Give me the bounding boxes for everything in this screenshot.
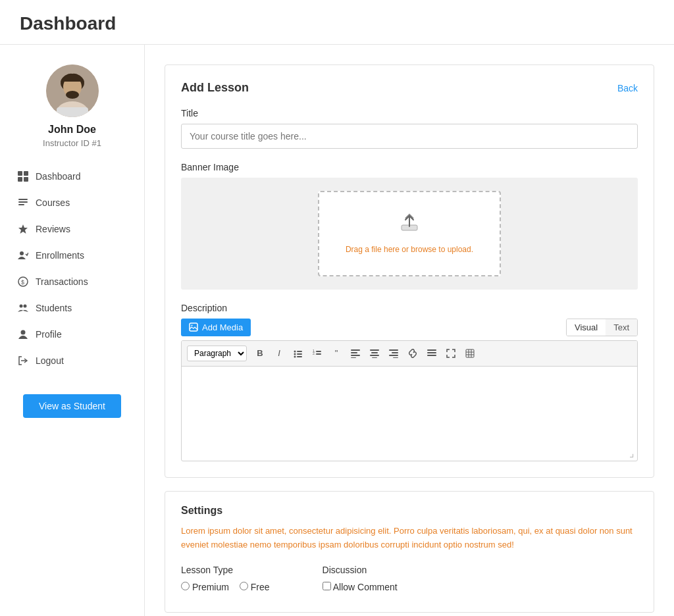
svg-rect-34 bbox=[351, 349, 360, 351]
svg-rect-39 bbox=[371, 352, 378, 353]
svg-text:2.: 2. bbox=[313, 351, 315, 355]
free-radio[interactable] bbox=[240, 582, 248, 590]
settings-card: Settings Lorem ipsum dolor sit amet, con… bbox=[165, 491, 654, 613]
upload-icon bbox=[399, 212, 420, 238]
svg-rect-46 bbox=[427, 349, 436, 351]
sidebar-item-transactions[interactable]: $ Transactions bbox=[7, 269, 138, 294]
paragraph-select[interactable]: Paragraph bbox=[187, 346, 247, 361]
transactions-icon: $ bbox=[17, 276, 29, 288]
svg-marker-13 bbox=[18, 224, 28, 234]
svg-point-14 bbox=[20, 251, 24, 255]
blockquote-button[interactable]: " bbox=[328, 345, 345, 362]
sidebar-item-profile-label: Profile bbox=[36, 329, 62, 340]
svg-point-18 bbox=[24, 305, 27, 308]
lesson-type-group: Lesson Type Premium Free bbox=[181, 565, 270, 599]
form-header: Add Lesson Back bbox=[181, 81, 638, 95]
svg-text:$: $ bbox=[21, 279, 24, 286]
view-as-student-button[interactable]: View as Student bbox=[23, 394, 121, 418]
discussion-label: Discussion bbox=[323, 565, 398, 575]
add-media-button[interactable]: Add Media bbox=[181, 319, 251, 336]
svg-rect-12 bbox=[18, 204, 24, 205]
enrollments-icon bbox=[17, 249, 29, 261]
sidebar-item-enrollments-label: Enrollments bbox=[36, 250, 84, 261]
main-content: Add Lesson Back Title Banner Image bbox=[145, 45, 674, 616]
sidebar-navigation: Dashboard Courses Review bbox=[0, 164, 144, 374]
free-label: Free bbox=[251, 582, 270, 592]
italic-button[interactable]: I bbox=[271, 345, 288, 362]
sidebar-item-reviews[interactable]: Reviews bbox=[7, 217, 138, 242]
svg-rect-43 bbox=[392, 352, 398, 353]
lesson-type-label: Lesson Type bbox=[181, 565, 270, 575]
sidebar-item-students-label: Students bbox=[36, 303, 72, 313]
banner-label: Banner Image bbox=[181, 162, 638, 172]
user-id: Instructor ID #1 bbox=[43, 138, 101, 148]
svg-rect-44 bbox=[389, 355, 398, 356]
sidebar-item-dashboard[interactable]: Dashboard bbox=[7, 164, 138, 189]
bold-button[interactable]: B bbox=[251, 345, 269, 362]
svg-rect-5 bbox=[57, 107, 88, 117]
unordered-list-button[interactable] bbox=[290, 345, 307, 362]
editor-wrapper: Paragraph B I bbox=[181, 340, 638, 461]
svg-rect-33 bbox=[316, 353, 321, 355]
align-left-button[interactable] bbox=[347, 345, 364, 362]
description-label: Description bbox=[181, 303, 638, 313]
discussion-group: Discussion Allow Comment bbox=[323, 565, 398, 599]
svg-rect-48 bbox=[427, 355, 436, 356]
svg-rect-8 bbox=[18, 177, 22, 182]
page-title: Dashboard bbox=[0, 0, 674, 45]
svg-rect-38 bbox=[370, 349, 379, 351]
back-link[interactable]: Back bbox=[617, 83, 638, 93]
tab-text[interactable]: Text bbox=[606, 319, 637, 336]
students-icon bbox=[17, 302, 29, 314]
svg-rect-11 bbox=[18, 201, 28, 203]
sidebar-item-transactions-label: Transactions bbox=[36, 276, 88, 287]
align-center-button[interactable] bbox=[366, 345, 383, 362]
svg-rect-25 bbox=[297, 351, 302, 352]
svg-rect-40 bbox=[370, 355, 379, 356]
editor-body[interactable] bbox=[182, 367, 637, 446]
svg-rect-47 bbox=[427, 352, 436, 353]
svg-rect-6 bbox=[18, 171, 22, 176]
ordered-list-button[interactable]: 1. 2. bbox=[309, 345, 326, 362]
svg-rect-10 bbox=[18, 199, 28, 200]
svg-rect-29 bbox=[297, 356, 302, 357]
visual-text-tabs: Visual Text bbox=[566, 319, 638, 336]
premium-radio[interactable] bbox=[181, 582, 190, 590]
link-button[interactable] bbox=[404, 345, 421, 362]
banner-upload-area: Drag a file here or browse to upload. bbox=[181, 178, 638, 290]
svg-rect-35 bbox=[351, 352, 357, 353]
svg-point-26 bbox=[294, 353, 296, 355]
sidebar-item-students[interactable]: Students bbox=[7, 295, 138, 321]
svg-point-28 bbox=[294, 355, 296, 357]
settings-description: Lorem ipsum dolor sit amet, consectetur … bbox=[181, 525, 638, 552]
banner-image-section: Banner Image Drag a file he bbox=[181, 162, 638, 290]
premium-option[interactable]: Premium bbox=[181, 582, 229, 592]
align-right-button[interactable] bbox=[385, 345, 402, 362]
allow-comment-option[interactable]: Allow Comment bbox=[323, 582, 398, 592]
title-input[interactable] bbox=[181, 124, 638, 149]
sidebar-item-enrollments[interactable]: Enrollments bbox=[7, 243, 138, 268]
sidebar-item-logout-label: Logout bbox=[36, 355, 64, 366]
file-upload-box[interactable]: Drag a file here or browse to upload. bbox=[318, 191, 501, 276]
free-option[interactable]: Free bbox=[240, 582, 270, 592]
sidebar-item-logout[interactable]: Logout bbox=[7, 348, 138, 373]
profile-icon bbox=[17, 328, 29, 340]
svg-point-24 bbox=[294, 350, 296, 352]
reviews-icon bbox=[17, 223, 29, 235]
sidebar-item-profile[interactable]: Profile bbox=[7, 322, 138, 347]
table-button[interactable] bbox=[461, 345, 479, 362]
title-label: Title bbox=[181, 108, 638, 118]
add-media-label: Add Media bbox=[202, 322, 243, 332]
fullscreen-button[interactable] bbox=[442, 345, 459, 362]
sidebar-item-courses-label: Courses bbox=[36, 197, 70, 208]
allow-comment-checkbox[interactable] bbox=[323, 582, 331, 590]
sidebar-item-courses[interactable]: Courses bbox=[7, 190, 138, 215]
svg-rect-22 bbox=[190, 323, 197, 331]
premium-label: Premium bbox=[192, 582, 229, 592]
description-section: Description Add Media Visual Text bbox=[181, 303, 638, 461]
svg-rect-27 bbox=[297, 353, 302, 355]
logout-icon bbox=[17, 355, 29, 367]
tab-visual[interactable]: Visual bbox=[567, 319, 606, 336]
add-lesson-card: Add Lesson Back Title Banner Image bbox=[165, 64, 654, 478]
justify-button[interactable] bbox=[423, 345, 440, 362]
